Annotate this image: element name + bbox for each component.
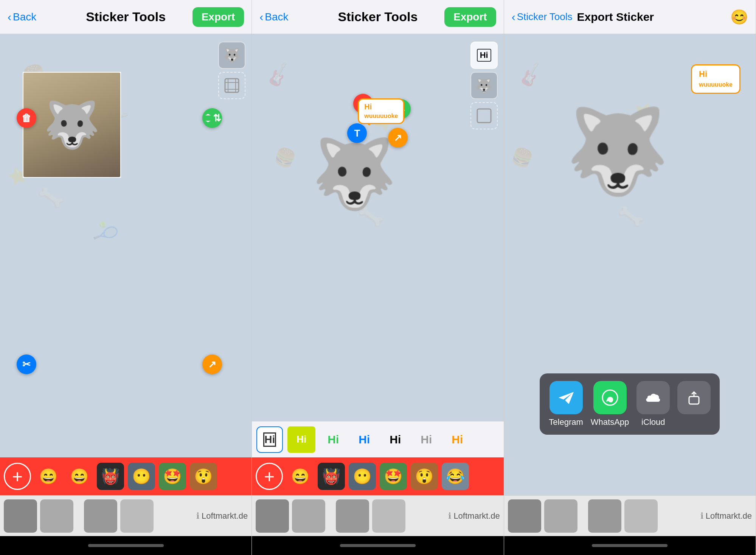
- header-title-3: Export Sticker: [577, 11, 654, 23]
- hi-outlined-text: Hi: [263, 432, 276, 447]
- delete-button-1[interactable]: 🗑: [17, 108, 36, 128]
- share-label: ·: [693, 417, 695, 427]
- resize-button-2[interactable]: ↗: [388, 128, 408, 148]
- export-button-1[interactable]: Export: [192, 7, 244, 27]
- text-option-yellow[interactable]: Hi: [287, 426, 315, 453]
- ad-brand-1: ℹ Loftmarkt.de: [196, 511, 248, 521]
- telegram-icon: [550, 381, 583, 414]
- bubble-text-2: Hiwuuuuuoke: [364, 103, 398, 120]
- text-option-blue[interactable]: Hi: [351, 426, 377, 453]
- flip-button-1[interactable]: ⇅: [202, 108, 222, 128]
- thumb-dog-2[interactable]: 🐺: [470, 72, 498, 99]
- telegram-svg: [557, 388, 576, 407]
- share-icon: [677, 381, 711, 414]
- thumb-dog-1[interactable]: 🐺: [218, 42, 245, 69]
- doodle-4: 🎾: [91, 219, 121, 248]
- sticker-item-1-6[interactable]: 😲: [190, 463, 217, 490]
- ad-brand-text-3: Loftmarkt.de: [706, 511, 752, 521]
- back-label-3: Sticker Tools: [517, 11, 573, 23]
- back-button-2[interactable]: ‹ Back: [259, 11, 288, 23]
- hi-black-text: Hi: [390, 433, 401, 446]
- share-export[interactable]: ·: [677, 381, 711, 427]
- export-button-2[interactable]: Export: [444, 7, 496, 27]
- ad-thumb-3-4: [624, 499, 658, 533]
- ad-strip-3: ℹ Loftmarkt.de: [504, 495, 756, 536]
- canvas-2: 🎸 🍔 🦴 ⭐ 🐺 Hi 🐺 Hiwuuuuuoke 🗑 ⇅ T ↗: [252, 34, 503, 421]
- ad-thumb-1-2: [40, 499, 73, 533]
- ad-strip-1: ℹ Loftmarkt.de: [0, 495, 251, 536]
- thumb-crop-2[interactable]: [470, 102, 498, 129]
- cut-button-1[interactable]: ✂: [17, 354, 36, 374]
- sticker-item-1-2[interactable]: 😄: [66, 463, 93, 490]
- sticker-bar-1: + 😄 😄 👹 😶 🤩 😲: [0, 457, 251, 495]
- resize-button-1[interactable]: ↗: [202, 354, 222, 374]
- back-label-1: Back: [13, 11, 36, 23]
- ad-brand-3: ℹ Loftmarkt.de: [700, 511, 752, 521]
- svg-rect-5: [477, 109, 491, 123]
- sticker-item-2-5[interactable]: 😲: [411, 463, 438, 490]
- text-option-orange[interactable]: Hi: [444, 426, 470, 453]
- thumb-hi-2[interactable]: Hi: [470, 42, 498, 69]
- emoji-button-3[interactable]: 😊: [730, 9, 748, 25]
- sticker-item-1-4[interactable]: 😶: [128, 463, 155, 490]
- back-chevron-icon-1: ‹: [8, 11, 11, 23]
- telegram-export[interactable]: Telegram: [549, 381, 583, 427]
- panel-3: ‹ Sticker Tools Export Sticker 😊 🎸 🍔 🦴 ⭐…: [504, 0, 756, 555]
- text-option-gray[interactable]: Hi: [413, 426, 439, 453]
- add-sticker-button-1[interactable]: +: [4, 463, 31, 490]
- text-option-outlined[interactable]: Hi: [256, 426, 283, 453]
- thumb-crop-1[interactable]: [218, 72, 245, 99]
- sticker-item-1-5[interactable]: 🤩: [159, 463, 186, 490]
- text-button-2[interactable]: T: [347, 123, 367, 143]
- ad-brand-text-2: Loftmarkt.de: [453, 511, 500, 521]
- ad-brand-2: ℹ Loftmarkt.de: [448, 511, 500, 521]
- back-button-1[interactable]: ‹ Back: [8, 11, 36, 23]
- whatsapp-export[interactable]: WhatsApp: [591, 381, 629, 427]
- icloud-export[interactable]: iCloud: [636, 381, 670, 427]
- thumb-strip-1: 🐺: [218, 42, 245, 99]
- ad-thumb-3-2: [544, 499, 577, 533]
- back-chevron-icon-3: ‹: [512, 11, 515, 23]
- home-bar-3: [592, 544, 668, 547]
- doodle-2-1: 🎸: [265, 62, 293, 89]
- svg-rect-0: [225, 79, 239, 92]
- whatsapp-icon: [593, 381, 627, 414]
- home-indicator-3: [504, 536, 756, 555]
- ad-thumb-3-1: [508, 499, 541, 533]
- hi-blue-text: Hi: [359, 433, 370, 446]
- canvas-3: 🎸 🍔 🦴 ⭐ 🐺 Hiwuuuuuoke Telegram: [504, 34, 756, 495]
- back-button-3[interactable]: ‹ Sticker Tools: [512, 11, 573, 23]
- speech-bubble-3: Hiwuuuuuoke: [691, 64, 740, 94]
- hi-yellow-text: Hi: [293, 432, 310, 447]
- hi-green-text: Hi: [328, 433, 339, 446]
- thumb-strip-2: Hi 🐺: [470, 42, 498, 129]
- doodle-2-2: 🍔: [272, 145, 299, 171]
- speech-bubble-2[interactable]: Hiwuuuuuoke: [358, 98, 404, 124]
- whatsapp-svg: [601, 388, 619, 407]
- text-option-black[interactable]: Hi: [382, 426, 408, 453]
- add-sticker-button-2[interactable]: +: [256, 463, 283, 490]
- icloud-label: iCloud: [641, 417, 665, 427]
- sticker-item-2-3[interactable]: 😶: [349, 463, 376, 490]
- sticker-bar-2: + 😄 👹 😶 🤩 😲 😂: [252, 457, 503, 495]
- text-strip-2: Hi Hi Hi Hi Hi Hi Hi: [252, 421, 503, 457]
- home-bar-1: [88, 544, 164, 547]
- text-option-green[interactable]: Hi: [320, 426, 346, 453]
- sticker-item-2-2[interactable]: 👹: [318, 463, 345, 490]
- sticker-item-2-6[interactable]: 😂: [442, 463, 469, 490]
- thumb-hi-text: Hi: [477, 49, 491, 62]
- sticker-item-1-3[interactable]: 👹: [97, 463, 124, 490]
- doodle-3: 🦴: [36, 183, 66, 212]
- header-2: ‹ Back Sticker Tools Export: [252, 0, 503, 34]
- whatsapp-label: WhatsApp: [591, 417, 629, 427]
- header-title-1: Sticker Tools: [86, 9, 166, 24]
- husky-cutout-3: 🐺: [542, 64, 693, 238]
- sticker-item-1-1[interactable]: 😄: [35, 463, 62, 490]
- doodle-3-2: 🍔: [509, 145, 536, 171]
- sticker-item-2-1[interactable]: 😄: [287, 463, 314, 490]
- crop-icon: [224, 78, 239, 93]
- ad-brand-text-1: Loftmarkt.de: [202, 511, 248, 521]
- sticker-item-2-4[interactable]: 🤩: [380, 463, 407, 490]
- ad-thumb-1-3: [84, 499, 117, 533]
- flip-icon-1: [203, 113, 213, 123]
